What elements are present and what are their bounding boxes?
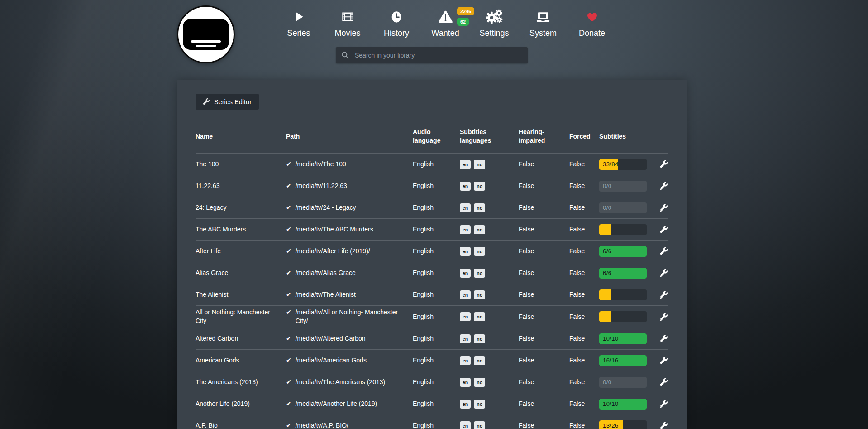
nav-item-history[interactable]: History (372, 7, 421, 38)
series-name-link[interactable]: 24: Legacy (196, 203, 286, 212)
series-name-link[interactable]: A.P. Bio (196, 421, 286, 429)
series-name-link[interactable]: After Life (196, 247, 286, 255)
nav-label: System (529, 29, 557, 38)
check-icon: ✔ (286, 378, 291, 386)
subtitles-languages: enno (460, 160, 519, 169)
series-name-link[interactable]: The Alienist (196, 290, 286, 299)
table-row: Another Life (2019)✔/media/tv/Another Li… (196, 393, 668, 415)
series-name-link[interactable]: Altered Carbon (196, 334, 286, 343)
series-path: /media/tv/The 100 (296, 160, 346, 169)
nav-item-settings[interactable]: Settings (470, 7, 519, 38)
series-path-cell: ✔/media/tv/11.22.63 (286, 182, 413, 190)
series-editor-button[interactable]: Series Editor (196, 94, 259, 110)
series-path-cell: ✔/media/tv/After Life (2019)/ (286, 247, 413, 255)
subtitles-progress-bar: 0/0 (599, 377, 647, 388)
language-badge: en (460, 312, 471, 321)
nav-item-series[interactable]: Series (274, 7, 323, 38)
heart-icon (585, 7, 599, 26)
series-editor-label: Series Editor (214, 98, 252, 106)
nav-label: Settings (479, 29, 509, 38)
progress-label: 13/26 (603, 420, 619, 429)
edit-series-button[interactable] (660, 182, 668, 190)
check-icon: ✔ (286, 203, 291, 212)
series-path-cell: ✔/media/tv/The 100 (286, 160, 413, 169)
hearing-impaired-value: False (519, 378, 569, 386)
series-path: /media/tv/24 - Legacy (296, 203, 356, 212)
subtitles-languages: enno (460, 182, 519, 191)
subtitles-languages: enno (460, 400, 519, 409)
forced-value: False (569, 160, 599, 169)
series-path: /media/tv/The Alienist (296, 290, 356, 299)
series-name-link[interactable]: 11.22.63 (196, 182, 286, 190)
forced-value: False (569, 203, 599, 212)
edit-series-button[interactable] (660, 291, 668, 299)
subtitles-progress-cell: 10/10 (599, 333, 657, 344)
series-name-link[interactable]: The ABC Murders (196, 225, 286, 234)
series-name-link[interactable]: Another Life (2019) (196, 400, 286, 408)
series-name-link[interactable]: The 100 (196, 160, 286, 169)
language-badge: no (474, 247, 485, 256)
language-badge: en (460, 334, 471, 343)
nav-label: History (384, 29, 409, 38)
subtitles-progress-cell: 10/10 (599, 399, 657, 410)
nav-label: Series (287, 29, 310, 38)
series-table-body: The 100✔/media/tv/The 100EnglishennoFals… (196, 153, 668, 429)
search-box[interactable] (336, 47, 528, 63)
edit-series-button[interactable] (660, 269, 668, 277)
column-header: Audio language (413, 128, 460, 145)
series-name-link[interactable]: All or Nothing: Manchester City (196, 308, 286, 325)
language-badge: no (474, 182, 485, 191)
series-path-cell: ✔/media/tv/American Gods (286, 356, 413, 365)
nav-item-system[interactable]: System (519, 7, 568, 38)
audio-language: English (413, 247, 460, 255)
forced-value: False (569, 182, 599, 190)
series-name-link[interactable]: The Americans (2013) (196, 378, 286, 386)
hearing-impaired-value: False (519, 290, 569, 299)
subtitles-progress-bar: 13/26 (599, 420, 647, 429)
progress-label: 6/6 (603, 268, 611, 279)
audio-language: English (413, 269, 460, 277)
table-row: Altered Carbon✔/media/tv/Altered CarbonE… (196, 328, 668, 349)
subtitles-progress-bar (599, 311, 647, 322)
series-path: /media/tv/American Gods (296, 356, 367, 365)
nav-item-donate[interactable]: Donate (568, 7, 616, 38)
language-badge: en (460, 290, 471, 299)
subtitles-progress-bar (599, 289, 647, 300)
edit-series-button[interactable] (660, 422, 668, 429)
edit-series-button[interactable] (660, 400, 668, 408)
table-row: American Gods✔/media/tv/American GodsEng… (196, 349, 668, 371)
edit-series-button[interactable] (660, 226, 668, 233)
nav-item-wanted[interactable]: 224662Wanted (421, 7, 470, 38)
clock-icon (390, 7, 403, 26)
edit-series-button[interactable] (660, 247, 668, 255)
edit-series-button[interactable] (660, 313, 668, 321)
subtitles-progress-bar: 10/10 (599, 399, 647, 410)
progress-label: 0/0 (603, 377, 611, 388)
logo-circle (177, 5, 235, 63)
nav-label: Wanted (431, 29, 459, 38)
forced-value: False (569, 378, 599, 386)
bazarr-logo[interactable] (177, 5, 236, 64)
table-row: Alias Grace✔/media/tv/Alias GraceEnglish… (196, 262, 668, 284)
search-input[interactable] (354, 51, 522, 59)
table-row: After Life✔/media/tv/After Life (2019)/E… (196, 240, 668, 262)
nav-item-movies[interactable]: Movies (323, 7, 372, 38)
series-path: /media/tv/All or Nothing- Manchester Cit… (296, 308, 406, 325)
series-name-link[interactable]: American Gods (196, 356, 286, 365)
audio-language: English (413, 400, 460, 408)
edit-series-button[interactable] (660, 204, 668, 212)
audio-language: English (413, 290, 460, 299)
check-icon: ✔ (286, 400, 291, 408)
series-name-link[interactable]: Alias Grace (196, 269, 286, 277)
subtitles-progress-cell: 33/84 (599, 159, 657, 170)
edit-series-button[interactable] (660, 378, 668, 386)
audio-language: English (413, 225, 460, 234)
subtitles-progress-bar: 6/6 (599, 246, 647, 257)
edit-series-button[interactable] (660, 160, 668, 168)
edit-series-button[interactable] (660, 357, 668, 364)
edit-series-button[interactable] (660, 335, 668, 342)
column-header: Subtitles (599, 132, 657, 141)
series-path-cell: ✔/media/tv/The ABC Murders (286, 225, 413, 234)
series-table: NamePathAudio languageSubtitles language… (196, 122, 668, 429)
audio-language: English (413, 378, 460, 386)
